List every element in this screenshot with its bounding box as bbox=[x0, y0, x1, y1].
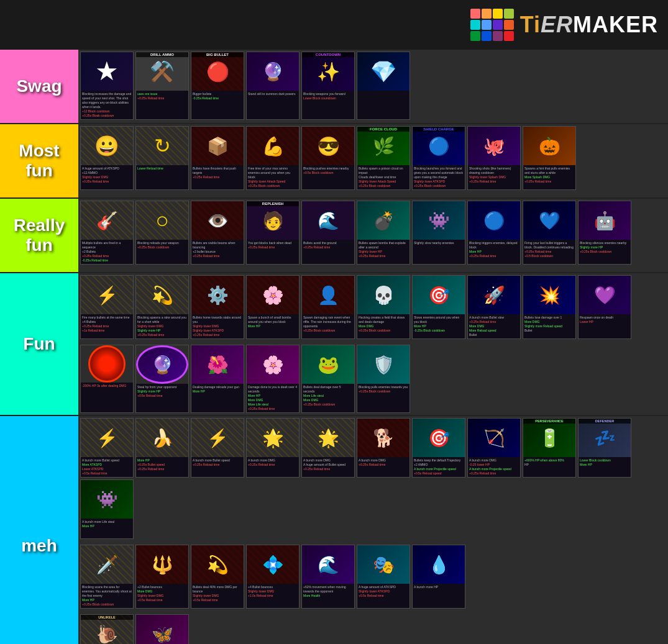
card-art: 👤 bbox=[302, 276, 354, 314]
card-desc: Blocking pulls enemies towards you +0.25… bbox=[357, 384, 409, 412]
card-art: 💎 bbox=[357, 52, 409, 91]
card-desc: A bunch more Bullet speed More ATKSPD Lo… bbox=[81, 457, 133, 477]
card-art: 🦋 bbox=[136, 615, 188, 644]
card-meh-10[interactable]: DEFENDER 💤 Lower Block cooldown More HP bbox=[578, 418, 631, 478]
card-fun-8[interactable]: 🚀 A bunch more Bullet slow +0.25s Reload… bbox=[467, 275, 521, 339]
card-fun-9[interactable]: 💥 Bullets lose damage over 1 More DMG Sl… bbox=[523, 275, 576, 339]
card-icon: 🚀 bbox=[483, 285, 505, 306]
card-rf-5[interactable]: 🌊 Bullets avoid the ground +0.25s Reload… bbox=[301, 201, 355, 265]
card-meh-7[interactable]: 🎯 Bullets keep the default Trajectory+2 … bbox=[412, 418, 465, 478]
card-icon: 🦋 bbox=[152, 624, 173, 645]
card-mf-3[interactable]: 📦 Bullets have thrusters that push targe… bbox=[191, 126, 244, 190]
card-meh-3[interactable]: ⚡ A bunch more Bullet speed +0.25s Reloa… bbox=[191, 418, 244, 478]
card-meh-15[interactable]: 💠 +4 Bullet bounces Slightly lower DMG +… bbox=[246, 545, 300, 609]
card-fun-4[interactable]: 🌸 Spawn a bunch of small bombs around yo… bbox=[246, 275, 300, 339]
card-meh-8[interactable]: 🏹 A bunch more DMG -0.25 lower HP A bunc… bbox=[467, 418, 521, 478]
card-mf-5[interactable]: 😎 Blocking pushes enemies nearby +0.5s B… bbox=[301, 126, 355, 190]
card-title: DRILL AMMO bbox=[136, 52, 188, 57]
card-meh-17[interactable]: 🎭 A huge amount of ATKSPD Slightly lower… bbox=[357, 545, 410, 609]
card-art: SHIELD CHARGE 🔵 bbox=[413, 127, 465, 165]
card-mf-2[interactable]: ↻ Lower Reload time bbox=[135, 126, 189, 190]
card-meh-19[interactable]: UNLIKELE 🐌 bbox=[80, 614, 134, 644]
card-meh-14[interactable]: 💫 Bullets deal 40% more DMG per bounce S… bbox=[191, 545, 244, 609]
card-title: DEFENDER bbox=[579, 419, 631, 424]
card-meh-20[interactable]: 🦋 bullets run the spawner +4 Bullets mul… bbox=[135, 614, 189, 644]
card-mf-4[interactable]: 💪 Free time of your max ammo enemies aro… bbox=[246, 126, 300, 190]
card-icon: 🔵 bbox=[428, 136, 450, 156]
card-art: PERSEVERANCE 🔋 bbox=[523, 419, 575, 457]
card-art: 💙 bbox=[523, 201, 575, 240]
card-meh-12[interactable]: 🗡️ Blocking scans the area for enemies. … bbox=[80, 545, 134, 609]
logo-cell bbox=[493, 9, 503, 19]
card-meh-4[interactable]: 🌟 A bunch more DMG +0.25s Reload time bbox=[246, 418, 300, 478]
card-rf-10[interactable]: 🤖 Blocking silences enemies nearby Sligh… bbox=[578, 201, 631, 265]
card-fun-10[interactable]: 💜 Respawn once on death Lower HP bbox=[578, 275, 631, 339]
card-meh-2[interactable]: 🍌 More HP +0.25s Bullet speed +0.25s Rel… bbox=[135, 418, 189, 478]
tier-row-meh: meh ⚡ A bunch more Bullet speed More ATK… bbox=[0, 416, 668, 644]
card-fun-1[interactable]: ⚡ Fire many bullets at the same time+4 B… bbox=[80, 275, 134, 339]
card-icon: 🌊 bbox=[318, 555, 339, 575]
card-mf-7[interactable]: SHIELD CHARGE 🔵 Blocking launches you fo… bbox=[412, 126, 465, 190]
card-rf-9[interactable]: 💙 Firing your last bullet triggers a blo… bbox=[523, 201, 576, 265]
card-swag-6[interactable]: 💎 bbox=[357, 52, 410, 120]
card-mf-9[interactable]: 🎃 Spawns a hint that pulls enemies and s… bbox=[523, 126, 576, 190]
card-fun-6[interactable]: 💀 Hacking creates a field that slows and… bbox=[357, 275, 410, 339]
logo-cell bbox=[504, 9, 514, 19]
card-fun-16[interactable]: 🛡️ Blocking pulls enemies towards you +0… bbox=[357, 345, 410, 413]
card-rf-1[interactable]: 🎸 Multiple bullets are fired in a sequen… bbox=[80, 201, 134, 265]
tier-row-mostfun: Most fun 😀 A huge amount of ATKSPD+12 AM… bbox=[0, 124, 668, 199]
card-desc: Spawn damaging rain event when riffle. T… bbox=[302, 314, 354, 338]
card-fun-11[interactable]: -200% HP 3s after dealing DMG bbox=[80, 345, 134, 413]
card-meh-16[interactable]: 🌊 +62% movement when moving towards the … bbox=[301, 545, 355, 609]
card-desc: Free time of your max ammo enemies aroun… bbox=[247, 165, 299, 189]
card-meh-6[interactable]: 🐕 A bunch more DMG +0.25s Reload time bbox=[357, 418, 410, 478]
card-desc: Bullets avoid the ground +0.25s Reload t… bbox=[302, 240, 354, 264]
card-rf-4[interactable]: REPLENISH 🧑 You get blocks back when dea… bbox=[246, 201, 300, 265]
card-fun-7[interactable]: 🎯 Slows enemies around you when you bloc… bbox=[412, 275, 465, 339]
card-mf-8[interactable]: 🐙 Shooting shots (like hammers) drawing … bbox=[467, 126, 521, 190]
card-swag-2[interactable]: DRILL AMMO ⚒️ uses ore issue +0.25s Relo… bbox=[135, 52, 189, 120]
card-desc: Dealing damage reloads your gun More HP bbox=[191, 384, 244, 412]
card-meh-5[interactable]: 🌟 A bunch more DMGA huge amount of Bulle… bbox=[301, 418, 355, 478]
card-rf-6[interactable]: 💣 Bullets spawn bombs that explode after… bbox=[357, 201, 410, 265]
card-rf-2[interactable]: ○ Blocking reloads your weapon +0.25s Bl… bbox=[135, 201, 189, 265]
card-rf-8[interactable]: 🔵 Blocking triggers enemies, delayed blo… bbox=[467, 201, 521, 265]
card-fun-5[interactable]: 👤 Spawn damaging rain event when riffle.… bbox=[301, 275, 355, 339]
card-desc: A bunch more HP bbox=[413, 584, 465, 608]
card-art: 💧 bbox=[413, 545, 465, 584]
card-mf-1[interactable]: 😀 A huge amount of ATKSPD+12 AMMO Slight… bbox=[80, 126, 134, 190]
card-meh-1[interactable]: ⚡ A bunch more Bullet speed More ATKSPD … bbox=[80, 418, 134, 478]
card-art: 📦 bbox=[191, 127, 244, 165]
card-desc: Slows enemies around you when you block … bbox=[413, 314, 465, 338]
card-fun-3[interactable]: ⚙️ Bullets home towards stabs around you… bbox=[191, 275, 244, 339]
card-fun-13[interactable]: 🌺 Dealing damage reloads your gun More H… bbox=[191, 345, 244, 413]
card-art: 🍌 bbox=[136, 419, 188, 457]
card-meh-13[interactable]: 🔱 +2 Bullet bounces More DMG Slightly lo… bbox=[135, 545, 189, 609]
card-art: 💪 bbox=[247, 127, 299, 165]
card-meh-9[interactable]: PERSEVERANCE 🔋 +600% HP when above 80%HP bbox=[523, 418, 576, 478]
card-desc: -200% HP 3s after dealing DMG bbox=[81, 383, 133, 412]
card-icon: 💪 bbox=[262, 135, 285, 157]
card-desc: +4 Bullet bounces Slightly lower DMG +1.… bbox=[247, 584, 299, 608]
card-icon: 👁️ bbox=[207, 211, 229, 231]
card-swag-3[interactable]: BIG BULLET 🔴 Bigger bullets -0.25s Reloa… bbox=[191, 52, 244, 120]
card-fun-12[interactable]: 🔮 Steal hp from your opponent Slightly m… bbox=[135, 345, 189, 413]
card-swag-4[interactable]: 🔮 Stand still to summon dark powers bbox=[246, 52, 300, 120]
card-fun-14[interactable]: 🌸 Damage done to you is dealt over 4 sec… bbox=[246, 345, 300, 413]
card-mf-6[interactable]: FORCE CLOUD 🌿 Bullets spawn a poison clo… bbox=[357, 126, 410, 190]
card-fun-2[interactable]: 💫 Blocking spawns a rake around you for … bbox=[135, 275, 189, 339]
card-rf-7[interactable]: 👾 Slightly slow nearby enemies bbox=[412, 201, 465, 265]
tier-label-mostfun: Most fun bbox=[0, 124, 78, 197]
card-icon: ⚡ bbox=[96, 285, 118, 306]
card-meh-11[interactable]: 👾 A bunch more Life steal More HP bbox=[80, 479, 134, 539]
card-rf-3[interactable]: 👁️ Bullets are visible beams when bounci… bbox=[191, 201, 244, 265]
tier-row-swag: Swag ★ Blocking increases the damage and… bbox=[0, 50, 668, 124]
card-fun-15[interactable]: 🐸 Bullets deal damage over 5 seconds Mor… bbox=[301, 345, 355, 413]
card-desc: More HP +0.25s Bullet speed +0.25s Reloa… bbox=[136, 457, 188, 477]
card-swag-1[interactable]: ★ Blocking increases the damage and spee… bbox=[80, 52, 134, 120]
tier-label-swag: Swag bbox=[0, 50, 78, 123]
card-swag-5[interactable]: COUNTDOWN ✨ Blocking weapons you forward… bbox=[301, 52, 355, 120]
card-meh-18[interactable]: 💧 A bunch more HP bbox=[412, 545, 465, 609]
card-art: ⚡ bbox=[191, 419, 244, 457]
card-art: 👁️ bbox=[191, 201, 244, 240]
